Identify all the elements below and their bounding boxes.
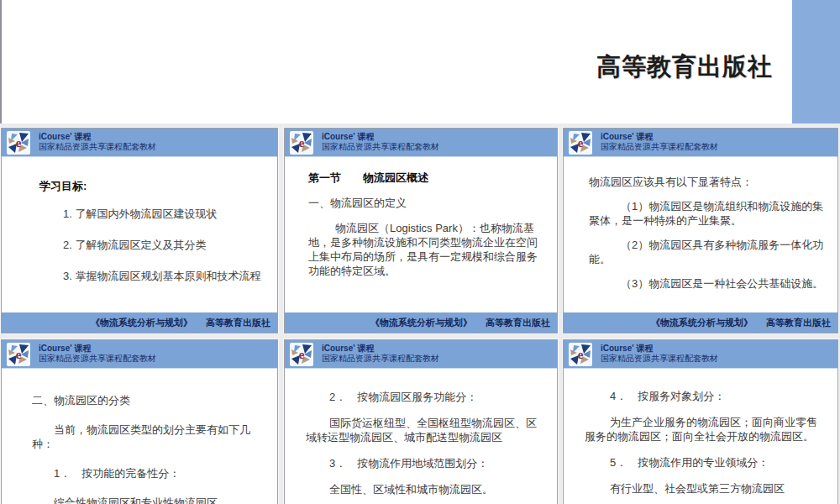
slide-thumbnail-1[interactable]: e iCourse' 课程 国家精品资源共享课程配套教材 学习目标: 1. 了解… (1, 128, 278, 333)
header-line1: iCourse' 课程 (39, 132, 156, 142)
slide2-section-title: 第一节 物流园区概述 (308, 171, 547, 185)
slide-header: e iCourse' 课程 国家精品资源共享课程配套教材 (564, 340, 837, 369)
slide-header-text: iCourse' 课程 国家精品资源共享课程配套教材 (601, 344, 718, 364)
slide-header-text: iCourse' 课程 国家精品资源共享课程配套教材 (39, 344, 156, 364)
svg-text:e: e (578, 348, 584, 361)
footer-book-title: 《物流系统分析与规划》 (651, 318, 753, 328)
slide4-lead: 当前，物流园区类型的划分主要有如下几种： (32, 423, 267, 451)
slide5-item3-label: 3． 按物流作用地域范围划分： (306, 456, 547, 470)
slide1-item-1: 1. 了解国内外物流园区建设现状 (25, 207, 267, 221)
slide-header: e iCourse' 课程 国家精品资源共享课程配套教材 (564, 129, 837, 157)
slide4-item1-body: 综合性物流园区和专业性物流园区。 (32, 496, 267, 504)
slide-body: 4． 按服务对象划分： 为生产企业服务的物流园区；面向商业零售服务的物流园区；面… (564, 369, 837, 504)
icourse-logo-icon: e (569, 343, 592, 366)
svg-text:e: e (299, 136, 305, 150)
slide1-item-2: 2. 了解物流园区定义及其分类 (25, 238, 267, 252)
icourse-logo-icon: e (7, 131, 30, 155)
svg-text:e: e (299, 348, 305, 361)
slide3-point-1: （1）物流园区是物流组织和物流设施的集聚体，是一种特殊的产业集聚。 (589, 199, 827, 228)
slide4-title: 二、物流园区的分类 (32, 393, 267, 407)
slide-header: e iCourse' 课程 国家精品资源共享课程配套教材 (2, 129, 277, 157)
slide6-item4-body: 为生产企业服务的物流园区；面向商业零售服务的物流园区；面向全社会开放的物流园区。 (585, 415, 827, 444)
icourse-logo-icon: e (290, 131, 313, 155)
slide3-point-3: （3）物流园区是一种社会公共基础设施。 (589, 276, 827, 291)
slide-thumbnail-6[interactable]: e iCourse' 课程 国家精品资源共享课程配套教材 4． 按服务对象划分：… (563, 339, 838, 504)
slide5-item3-body: 全国性、区域性和城市物流园区。 (306, 482, 547, 496)
footer-publisher: 高等教育出版社 (766, 318, 831, 328)
publisher-logotype: 高等教育出版社 (596, 50, 773, 84)
slide-header: e iCourse' 课程 国家精品资源共享课程配套教材 (285, 340, 557, 369)
slide-footer: 《物流系统分析与规划》高等教育出版社 (2, 312, 277, 333)
icourse-logo-icon: e (290, 343, 313, 366)
slide2-subtitle: 一、物流园区的定义 (308, 196, 547, 210)
header-line2: 国家精品资源共享课程配套教材 (322, 354, 439, 364)
header-line1: iCourse' 课程 (601, 132, 718, 142)
svg-text:e: e (16, 136, 22, 150)
header-line2: 国家精品资源共享课程配套教材 (601, 142, 718, 152)
header-line2: 国家精品资源共享课程配套教材 (322, 142, 439, 152)
slide-header: e iCourse' 课程 国家精品资源共享课程配套教材 (2, 340, 277, 369)
svg-text:e: e (16, 348, 22, 361)
header-line2: 国家精品资源共享课程配套教材 (39, 354, 156, 364)
slide1-item-3: 3. 掌握物流园区规划基本原则和技术流程 (25, 269, 267, 283)
header-line1: iCourse' 课程 (322, 344, 439, 354)
slide-header-text: iCourse' 课程 国家精品资源共享课程配套教材 (322, 344, 439, 364)
slide-body: 物流园区应该具有以下显著特点： （1）物流园区是物流组织和物流设施的集聚体，是一… (564, 157, 837, 312)
slide-header-text: iCourse' 课程 国家精品资源共享课程配套教材 (322, 132, 439, 152)
footer-book-title: 《物流系统分析与规划》 (370, 318, 472, 328)
slide6-item5-body: 有行业型、社会型或第三方物流园区 (585, 481, 827, 496)
footer-publisher: 高等教育出版社 (486, 318, 550, 328)
top-banner: 高等教育出版社 (2, 0, 792, 123)
slide5-item2-label: 2． 按物流园区服务功能分： (306, 390, 547, 404)
slide-body: 第一节 物流园区概述 一、物流园区的定义 物流园区（Logistics Park… (285, 157, 557, 312)
svg-text:e: e (578, 136, 584, 150)
slide-header: e iCourse' 课程 国家精品资源共享课程配套教材 (285, 129, 557, 157)
slide-body: 2． 按物流园区服务功能分： 国际货运枢纽型、全国枢纽型物流园区、区域转运型物流… (285, 369, 557, 504)
slide-thumbnail-4[interactable]: e iCourse' 课程 国家精品资源共享课程配套教材 二、物流园区的分类 当… (1, 339, 278, 504)
header-line1: iCourse' 课程 (39, 344, 156, 354)
slide6-item5-label: 5． 按物流作用的专业领域分： (585, 455, 827, 470)
slide-header-text: iCourse' 课程 国家精品资源共享课程配套教材 (39, 132, 156, 152)
banner-left-border (0, 0, 2, 123)
header-line2: 国家精品资源共享课程配套教材 (601, 354, 718, 364)
slide5-item2-body: 国际货运枢纽型、全国枢纽型物流园区、区域转运型物流园区、城市配送型物流园区 (306, 416, 547, 444)
slide-thumbnail-5[interactable]: e iCourse' 课程 国家精品资源共享课程配套教材 2． 按物流园区服务功… (284, 339, 558, 504)
banner-blue-stripe (792, 0, 840, 123)
slide-header-text: iCourse' 课程 国家精品资源共享课程配套教材 (601, 132, 718, 152)
slide-body: 学习目标: 1. 了解国内外物流园区建设现状 2. 了解物流园区定义及其分类 3… (2, 157, 277, 312)
slide-thumbnail-3[interactable]: e iCourse' 课程 国家精品资源共享课程配套教材 物流园区应该具有以下显… (563, 128, 838, 333)
icourse-logo-icon: e (7, 343, 30, 366)
header-line2: 国家精品资源共享课程配套教材 (39, 142, 156, 152)
slide3-point-2: （2）物流园区具有多种物流服务一体化功能。 (589, 238, 827, 266)
header-line1: iCourse' 课程 (601, 344, 718, 354)
footer-publisher: 高等教育出版社 (206, 318, 270, 328)
slide-footer: 《物流系统分析与规划》高等教育出版社 (285, 312, 557, 333)
footer-book-title: 《物流系统分析与规划》 (91, 318, 192, 328)
slide2-definition: 物流园区（Logistics Park）：也称物流基地，是多种物流设施和不同类型… (308, 221, 547, 278)
icourse-logo-icon: e (569, 131, 592, 155)
slide-body: 二、物流园区的分类 当前，物流园区类型的划分主要有如下几种： 1． 按功能的完备… (2, 369, 277, 504)
slide-footer: 《物流系统分析与规划》高等教育出版社 (564, 312, 837, 333)
slide4-item1-label: 1． 按功能的完备性分： (32, 466, 267, 480)
slide-thumbnail-2[interactable]: e iCourse' 课程 国家精品资源共享课程配套教材 第一节 物流园区概述 … (284, 128, 558, 333)
slide6-item4-label: 4． 按服务对象划分： (585, 389, 827, 403)
slide1-title: 学习目标: (39, 179, 267, 193)
slide3-lead: 物流园区应该具有以下显著特点： (589, 175, 827, 189)
header-line1: iCourse' 课程 (322, 132, 439, 142)
